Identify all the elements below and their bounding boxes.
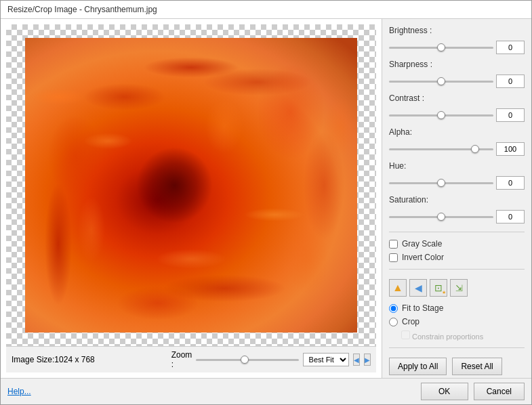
dialog-title: Resize/Crop Image - Chrysanthemum.jpg [7,5,157,14]
saturation-slider[interactable] [389,211,493,222]
grayscale-row: Gray Scale [389,239,525,249]
icon-row: ▲ ◀ ⊡ ★ ⇲ [389,279,525,297]
contrast-label: Contrast : [389,93,440,103]
right-panel: Brightness : Sharpness : Contrast : [382,19,531,378]
brightness-slider-row [389,41,525,54]
image-container [6,24,376,346]
invert-row: Invert Color [389,253,525,262]
image-size-label: Image Size:1024 x 768 [12,355,95,364]
sharpness-label: Sharpness : [389,60,440,69]
brightness-slider[interactable] [389,42,493,53]
zoom-area: Zoom : Best Fit 50% 100% 200% ◀ ▶ [171,350,371,369]
zoom-slider[interactable] [196,354,298,365]
sharpness-row: Sharpness : [389,60,525,69]
crop-radio[interactable] [389,318,398,326]
triangle-icon-btn[interactable]: ▲ [389,279,407,297]
flip-icon: ◀ [415,282,422,293]
alpha-row: Alpha: [389,127,525,137]
cancel-button[interactable]: Cancel [474,383,525,400]
resize-icon: ⇲ [455,283,463,293]
contrast-row: Contrast : [389,93,525,103]
saturation-label: Saturation: [389,195,440,205]
sharpness-slider[interactable] [389,76,493,87]
alpha-slider[interactable] [389,144,493,154]
fit-to-stage-label: Fit to Stage [402,303,443,313]
apply-to-all-button[interactable]: Apply to All [389,358,447,375]
fit-to-stage-radio[interactable] [389,304,398,313]
hue-slider-row [389,176,525,190]
grayscale-label: Gray Scale [402,239,442,249]
grayscale-checkbox[interactable] [389,240,398,249]
constrain-checkbox [401,331,410,339]
invert-checkbox[interactable] [389,253,398,262]
divider2 [389,269,525,270]
alpha-slider-row [389,142,525,156]
contrast-slider[interactable] [389,110,493,121]
zoom-label: Zoom : [171,350,192,369]
contrast-slider-row [389,108,525,122]
dialog: Resize/Crop Image - Chrysanthemum.jpg Im… [0,0,532,405]
constrain-text: Constrain proportions [412,333,483,341]
sharpness-value[interactable] [496,74,525,88]
flower-image [25,38,357,333]
saturation-slider-row [389,210,525,223]
status-bar: Image Size:1024 x 768 Zoom : Best Fit 50… [6,346,376,372]
apply-row: Apply to All Reset All [389,358,525,375]
hue-value[interactable] [496,176,525,190]
zoom-dropdown[interactable]: Best Fit 50% 100% 200% [303,353,349,366]
brightness-label: Brightness : [389,26,440,35]
footer: Help... OK Cancel [1,378,531,404]
crop-label: Crop [402,317,420,326]
alpha-label: Alpha: [389,127,440,137]
divider1 [389,232,525,232]
brightness-value[interactable] [496,41,525,54]
flip-icon-btn[interactable]: ◀ [409,279,427,297]
nav-next-button[interactable]: ▶ [364,354,371,366]
invert-label: Invert Color [402,253,444,262]
help-link[interactable]: Help... [7,387,31,396]
reset-all-button[interactable]: Reset All [452,358,502,375]
main-content: Image Size:1024 x 768 Zoom : Best Fit 50… [1,19,531,378]
crop-mode-row: Crop [389,317,525,326]
ok-button[interactable]: OK [421,383,468,400]
sharpness-slider-row [389,74,525,88]
title-bar: Resize/Crop Image - Chrysanthemum.jpg [1,1,531,19]
footer-buttons: OK Cancel [421,383,525,400]
saturation-value[interactable] [496,210,525,223]
fit-to-stage-row: Fit to Stage [389,303,525,313]
brightness-row: Brightness : [389,26,525,35]
divider3 [389,347,525,348]
hue-slider[interactable] [389,177,493,188]
hue-row: Hue: [389,161,525,171]
hue-label: Hue: [389,161,440,171]
resize-icon-btn[interactable]: ⇲ [450,279,468,297]
saturation-row: Saturation: [389,195,525,205]
constrain-label: Constrain proportions [401,331,525,341]
nav-prev-button[interactable]: ◀ [353,354,360,366]
alpha-value[interactable] [496,142,525,156]
contrast-value[interactable] [496,108,525,122]
crop-icon-btn[interactable]: ⊡ ★ [430,279,447,297]
triangle-icon: ▲ [392,282,403,294]
canvas-area: Image Size:1024 x 768 Zoom : Best Fit 50… [1,19,382,378]
